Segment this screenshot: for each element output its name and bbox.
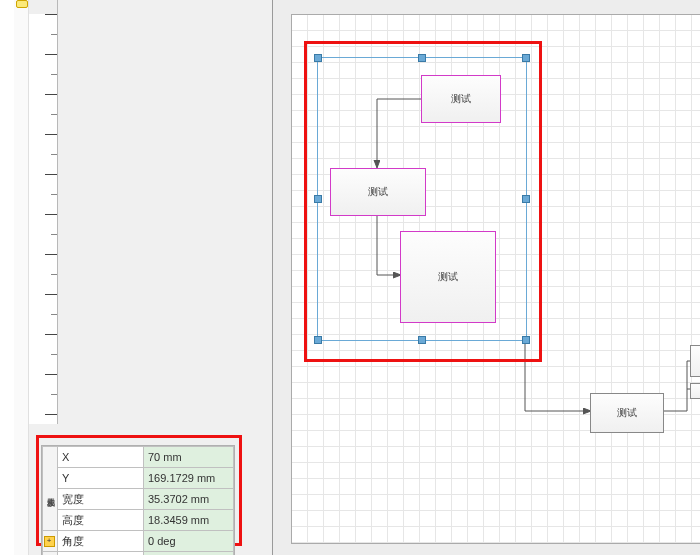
prop-key: 旋转中心点位置 [58, 552, 144, 556]
prop-val[interactable]: 169.1729 mm [144, 468, 234, 489]
prop-key: 宽度 [58, 489, 144, 510]
shape-test-4[interactable]: 测试 [590, 393, 664, 433]
ruler-corner [29, 0, 58, 14]
diagram-editor: 大小和位置 X 70 mm Y 169.1729 mm 宽度 35.3702 m… [0, 0, 700, 555]
prop-val[interactable]: 0 deg [144, 531, 234, 552]
prop-key: 高度 [58, 510, 144, 531]
drawing-page[interactable]: 测试 测试 测试 测试 [291, 14, 700, 544]
prop-key: X [58, 447, 144, 468]
plus-icon: + [44, 536, 55, 547]
panel-divider [57, 0, 58, 424]
gutter-2 [14, 0, 29, 555]
prop-key: Y [58, 468, 144, 489]
vertical-ruler[interactable] [29, 14, 58, 424]
prop-val[interactable]: 18.3459 mm [144, 510, 234, 531]
selection-highlight [304, 41, 542, 362]
shape-partial-1[interactable] [690, 345, 700, 377]
shape-partial-2[interactable] [690, 383, 700, 399]
prop-val[interactable]: 70 mm [144, 447, 234, 468]
category-icon[interactable]: + [43, 531, 58, 552]
category-label: 大小和位置 [43, 447, 58, 531]
canvas-area[interactable]: 测试 测试 测试 测试 [272, 0, 700, 555]
expand-icon[interactable]: + [43, 552, 58, 556]
prop-val[interactable]: 35.3702 mm [144, 489, 234, 510]
properties-panel[interactable]: 大小和位置 X 70 mm Y 169.1729 mm 宽度 35.3702 m… [41, 445, 235, 555]
chip-icon [16, 0, 28, 8]
prop-key: 角度 [58, 531, 144, 552]
gutter [0, 0, 15, 555]
shape-label: 测试 [617, 406, 637, 420]
prop-val[interactable]: 正中部 [144, 552, 234, 556]
